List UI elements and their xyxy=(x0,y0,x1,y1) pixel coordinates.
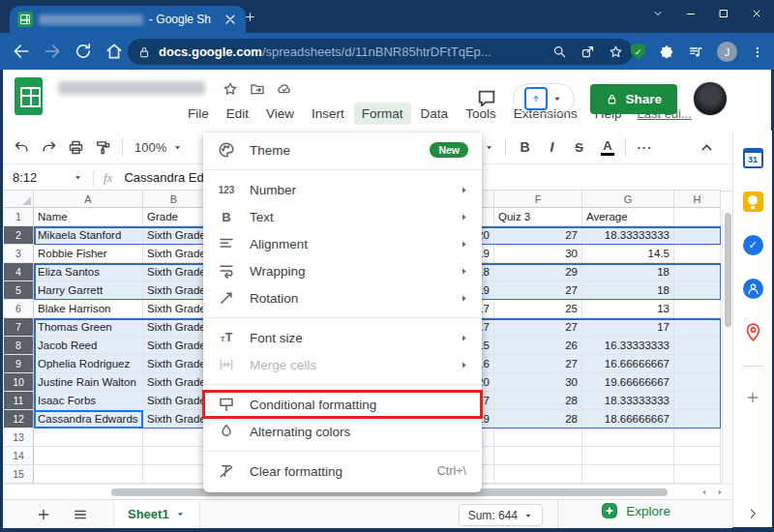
cell-G7[interactable]: 17 xyxy=(582,318,674,337)
paint-format-icon[interactable] xyxy=(95,139,111,156)
row-header-10[interactable]: 10 xyxy=(4,373,34,392)
browser-profile-avatar[interactable]: J xyxy=(717,42,737,62)
explore-button[interactable]: Explore xyxy=(602,503,670,518)
cell-A7[interactable]: Thomas Green xyxy=(34,318,143,337)
scroll-left-icon[interactable] xyxy=(700,488,709,497)
cell-B7[interactable]: Sixth Grade xyxy=(143,318,205,337)
comment-history-icon[interactable] xyxy=(476,88,497,109)
text-color-icon[interactable]: A xyxy=(601,139,614,156)
cell-B1[interactable]: Grade xyxy=(143,208,205,226)
redo-icon[interactable] xyxy=(41,139,57,156)
undo-icon[interactable] xyxy=(14,139,30,156)
font-caret-icon[interactable] xyxy=(484,142,494,153)
account-avatar[interactable] xyxy=(693,81,728,116)
cell-A8[interactable]: Jacob Reed xyxy=(34,337,143,355)
cell-A5[interactable]: Harry Garrett xyxy=(34,281,143,300)
cell-H13[interactable] xyxy=(674,429,721,447)
row-header-4[interactable]: 4 xyxy=(4,263,34,281)
row-header-2[interactable]: 2 xyxy=(4,226,34,245)
menu-item-font-size[interactable]: TTFont size xyxy=(203,324,482,351)
cell-B6[interactable]: Sixth Grade xyxy=(143,300,205,318)
menu-item-alignment[interactable]: Alignment xyxy=(203,230,482,257)
strikethrough-icon[interactable]: S xyxy=(571,139,587,156)
send-icon[interactable] xyxy=(580,44,595,59)
cell-F13[interactable] xyxy=(494,429,582,447)
cell-G5[interactable]: 18 xyxy=(582,281,674,300)
cell-A2[interactable]: Mikaela Stanford xyxy=(34,226,143,245)
cell-H15[interactable] xyxy=(674,465,721,484)
column-header-A[interactable]: A xyxy=(34,190,143,208)
get-addons-icon[interactable] xyxy=(745,390,760,405)
menu-item-text[interactable]: BText xyxy=(203,203,482,230)
cell-F9[interactable]: 27 xyxy=(494,355,582,373)
cell-A6[interactable]: Blake Harrison xyxy=(34,300,143,318)
address-bar[interactable]: docs.google.com/spreadsheets/d/11nBNR85h… xyxy=(128,39,633,65)
cell-B3[interactable]: Sixth Grade xyxy=(143,245,205,263)
cell-A4[interactable]: Eliza Santos xyxy=(34,263,143,281)
contacts-icon[interactable] xyxy=(743,279,763,299)
cell-F4[interactable]: 29 xyxy=(494,263,582,281)
cell-G2[interactable]: 18.33333333 xyxy=(582,226,674,245)
menu-format[interactable]: Format xyxy=(354,103,411,125)
bookmark-star-icon[interactable] xyxy=(609,44,623,59)
add-sheet-icon[interactable] xyxy=(36,507,51,522)
cell-G6[interactable]: 13 xyxy=(582,300,674,318)
menu-item-number[interactable]: 123Number xyxy=(203,176,482,203)
cell-H1[interactable] xyxy=(674,208,721,226)
row-header-7[interactable]: 7 xyxy=(4,318,34,337)
cell-H6[interactable] xyxy=(674,300,721,318)
menu-item-theme[interactable]: ThemeNew xyxy=(203,136,482,163)
cell-A3[interactable]: Robbie Fisher xyxy=(34,245,143,263)
cell-H2[interactable] xyxy=(674,226,721,245)
name-box[interactable]: 8:12 xyxy=(3,170,73,185)
row-header-8[interactable]: 8 xyxy=(4,337,34,355)
cell-F1[interactable]: Quiz 3 xyxy=(494,208,582,226)
cell-H5[interactable] xyxy=(674,281,721,300)
cell-A10[interactable]: Justine Rain Walton xyxy=(34,373,143,392)
menu-view[interactable]: View xyxy=(258,103,302,125)
collapse-toolbar-icon[interactable] xyxy=(699,139,715,156)
row-header-5[interactable]: 5 xyxy=(4,281,34,300)
playlist-music-icon[interactable] xyxy=(688,44,703,60)
tab-close-icon[interactable] xyxy=(223,12,238,27)
row-header-13[interactable]: 13 xyxy=(4,429,34,447)
calendar-icon[interactable]: 31 xyxy=(743,148,763,168)
menu-item-conditional-formatting[interactable]: Conditional formatting xyxy=(203,391,482,418)
tasks-icon[interactable]: ✓ xyxy=(743,235,763,255)
column-header-F[interactable]: F xyxy=(494,190,582,208)
keep-icon[interactable] xyxy=(743,192,763,212)
name-box-caret-icon[interactable] xyxy=(73,172,83,183)
present-button[interactable] xyxy=(513,83,575,114)
cell-A1[interactable]: Name xyxy=(34,208,143,226)
cell-F10[interactable]: 30 xyxy=(494,373,582,392)
cell-F8[interactable]: 26 xyxy=(494,337,582,355)
row-header-11[interactable]: 11 xyxy=(4,392,34,410)
cell-F7[interactable]: 27 xyxy=(494,318,582,337)
cell-A11[interactable]: Isaac Forbs xyxy=(34,392,143,410)
cell-G10[interactable]: 19.66666667 xyxy=(582,373,674,392)
cell-F3[interactable]: 30 xyxy=(494,245,582,263)
row-header-6[interactable]: 6 xyxy=(4,300,34,318)
cell-H7[interactable] xyxy=(674,318,721,337)
maps-icon[interactable] xyxy=(743,322,763,342)
cell-F6[interactable]: 25 xyxy=(494,300,582,318)
close-window-button[interactable] xyxy=(743,2,770,25)
cell-A9[interactable]: Ophelia Rodriguez xyxy=(34,355,143,373)
cell-H11[interactable] xyxy=(674,392,721,410)
menu-data[interactable]: Data xyxy=(413,103,457,125)
cell-H9[interactable] xyxy=(674,355,721,373)
cell-F2[interactable]: 27 xyxy=(494,226,582,245)
scroll-right-icon[interactable] xyxy=(715,488,725,497)
cell-G8[interactable]: 16.33333333 xyxy=(582,337,674,355)
row-header-15[interactable]: 15 xyxy=(4,465,34,484)
cell-G14[interactable] xyxy=(582,447,674,465)
cell-G1[interactable]: Average xyxy=(582,208,674,226)
home-button[interactable] xyxy=(104,42,124,61)
browser-tab[interactable]: - Google Sh xyxy=(10,6,246,33)
cell-H14[interactable] xyxy=(674,447,721,465)
row-header-3[interactable]: 3 xyxy=(4,245,34,263)
cell-F14[interactable] xyxy=(494,447,582,465)
maximize-button[interactable] xyxy=(710,2,737,25)
cell-H4[interactable] xyxy=(674,263,721,281)
cell-F11[interactable]: 28 xyxy=(494,392,582,410)
